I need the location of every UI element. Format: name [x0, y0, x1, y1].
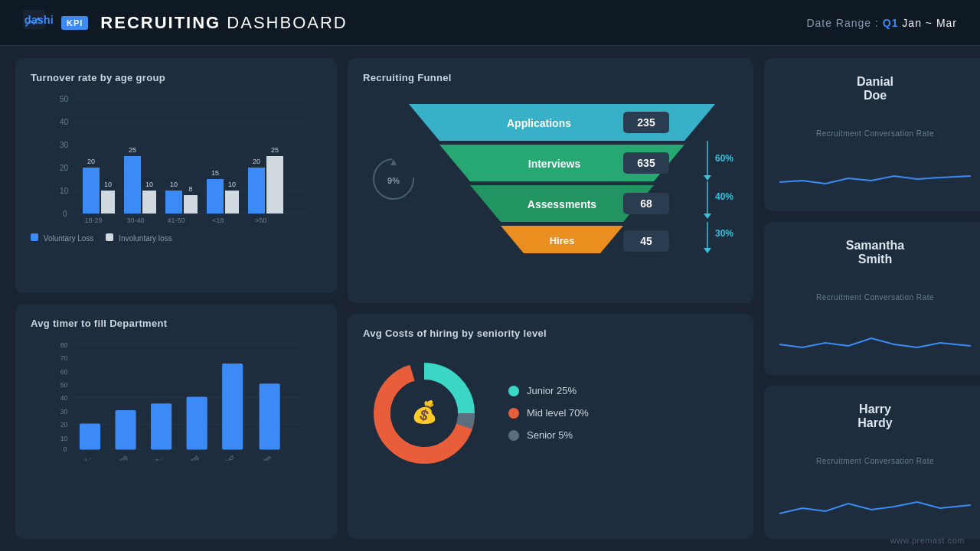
svg-rect-54 — [115, 410, 136, 449]
svg-text:25: 25 — [271, 146, 279, 154]
svg-text:30: 30 — [60, 141, 69, 149]
funnel-visual: 9% Applications 235 60% — [363, 93, 738, 269]
donut-svg: 💰 — [363, 352, 485, 474]
svg-rect-57 — [222, 364, 243, 449]
logo-area: dashi KPI RECRUITING DASHBOARD — [23, 9, 348, 37]
senior-dot — [508, 430, 519, 441]
legend-involuntary: Involuntary loss — [106, 233, 172, 243]
turnover-title: Turnover rate by age group — [31, 72, 322, 83]
svg-text:Engineering: Engineering — [100, 454, 128, 461]
center-column: Recruiting Funnel 9% Applications — [348, 58, 753, 539]
mid-dot — [508, 408, 519, 419]
legend-junior: Junior 25% — [508, 385, 589, 396]
svg-text:25: 25 — [129, 146, 136, 154]
svg-text:sales: sales — [257, 454, 273, 461]
costs-inner: 💰 Junior 25% Mid level 70% Senior 5% — [363, 348, 738, 474]
legend-mid: Mid level 70% — [508, 407, 589, 419]
svg-text:marketing: marketing — [175, 454, 200, 461]
turnover-card: Turnover rate by age group 50 40 30 20 1… — [15, 58, 337, 293]
svg-text:>50: >50 — [255, 217, 266, 223]
svg-rect-14 — [83, 168, 100, 214]
svg-text:30%: 30% — [715, 228, 733, 239]
svg-text:41-50: 41-50 — [167, 217, 185, 223]
footer-link: www.premast.com — [890, 536, 965, 545]
person-card-3: Harry Hardy Recruitment Conversation Rat… — [764, 386, 980, 539]
date-range-value: Jan ~ Mar — [902, 17, 957, 29]
svg-text:40%: 40% — [715, 191, 733, 202]
svg-text:Applications: Applications — [507, 117, 571, 129]
person-1-subtitle: Recruitment Conversation Rate — [779, 129, 971, 138]
svg-text:60%: 60% — [715, 153, 733, 164]
svg-text:10: 10 — [60, 435, 68, 442]
svg-text:0: 0 — [63, 210, 67, 218]
sparkline-1 — [779, 159, 971, 197]
turnover-svg: 50 40 30 20 10 0 20 — [31, 93, 322, 223]
legend-voluntary: Voluntary Loss — [31, 233, 93, 243]
svg-rect-53 — [80, 424, 100, 450]
svg-text:68: 68 — [640, 197, 652, 210]
svg-rect-56 — [187, 397, 207, 450]
turnover-chart: 50 40 30 20 10 0 20 — [31, 93, 322, 230]
svg-marker-86 — [704, 248, 711, 253]
svg-text:80: 80 — [60, 341, 68, 349]
svg-text:60: 60 — [60, 368, 68, 376]
legend-senior: Senior 5% — [508, 429, 589, 441]
person-3-name-line1: Harry — [779, 403, 971, 416]
person-1-name-line1: Danial — [779, 75, 971, 89]
svg-text:product: product — [216, 453, 236, 461]
date-label: Date Range : — [806, 17, 879, 29]
header-title: RECRUITING DASHBOARD — [100, 13, 347, 33]
funnel-svg: Applications 235 60% Interviews 635 40% — [386, 100, 738, 261]
svg-text:10: 10 — [145, 181, 153, 188]
funnel-title: Recruiting Funnel — [363, 72, 738, 83]
svg-text:20: 20 — [60, 421, 68, 429]
junior-dot — [508, 386, 519, 396]
svg-text:Assessments: Assessments — [528, 198, 596, 210]
person-1-name-line2: Doe — [779, 89, 971, 103]
svg-text:dashi: dashi — [24, 13, 54, 25]
svg-text:70: 70 — [60, 354, 68, 362]
svg-rect-20 — [142, 191, 156, 214]
svg-marker-79 — [704, 214, 711, 219]
date-accent: Q1 — [883, 17, 899, 29]
timer-title: Avg timer to fill Department — [31, 318, 322, 329]
svg-text:10: 10 — [60, 187, 69, 195]
kpi-badge: KPI — [61, 16, 88, 30]
svg-text:8: 8 — [188, 185, 192, 193]
svg-rect-58 — [260, 383, 280, 449]
svg-text:20: 20 — [87, 158, 95, 165]
sparkline-3 — [779, 487, 971, 525]
costs-legend: Junior 25% Mid level 70% Senior 5% — [508, 385, 589, 441]
svg-rect-22 — [165, 191, 182, 214]
person-2-name-line2: Smith — [779, 253, 971, 266]
svg-text:50: 50 — [60, 381, 68, 389]
person-3-name-line2: Hardy — [779, 416, 971, 430]
svg-text:30-40: 30-40 — [126, 217, 144, 223]
svg-text:20: 20 — [253, 158, 260, 165]
svg-text:45: 45 — [640, 235, 652, 247]
timer-card: Avg timer to fill Department 80 70 60 50… — [15, 304, 337, 539]
svg-rect-16 — [101, 191, 115, 214]
person-name-2: Samantha Smith — [779, 236, 971, 266]
funnel-circle-pct: 9% — [387, 176, 400, 185]
person-name-3: Harry Hardy — [779, 399, 971, 430]
svg-text:💰: 💰 — [411, 399, 438, 425]
donut-area: 💰 — [363, 352, 485, 474]
svg-rect-24 — [184, 195, 198, 214]
svg-text:10: 10 — [104, 181, 112, 188]
svg-text:10: 10 — [228, 181, 236, 188]
header: dashi KPI RECRUITING DASHBOARD Date Rang… — [0, 0, 980, 46]
svg-text:40: 40 — [60, 394, 68, 402]
person-2-subtitle: Recruitment Conversation Rate — [779, 293, 971, 302]
svg-rect-55 — [151, 403, 172, 449]
svg-rect-18 — [124, 156, 141, 214]
svg-text:40: 40 — [60, 118, 69, 126]
person-card-1: Danial Doe Recruitment Conversation Rate — [764, 58, 980, 211]
svg-text:Interviews: Interviews — [528, 158, 581, 170]
svg-text:635: 635 — [637, 157, 655, 169]
svg-text:50: 50 — [60, 95, 69, 103]
svg-rect-32 — [266, 156, 283, 214]
svg-text:235: 235 — [637, 116, 655, 129]
svg-marker-72 — [704, 175, 711, 181]
person-name-1: Danial Doe — [779, 72, 971, 103]
